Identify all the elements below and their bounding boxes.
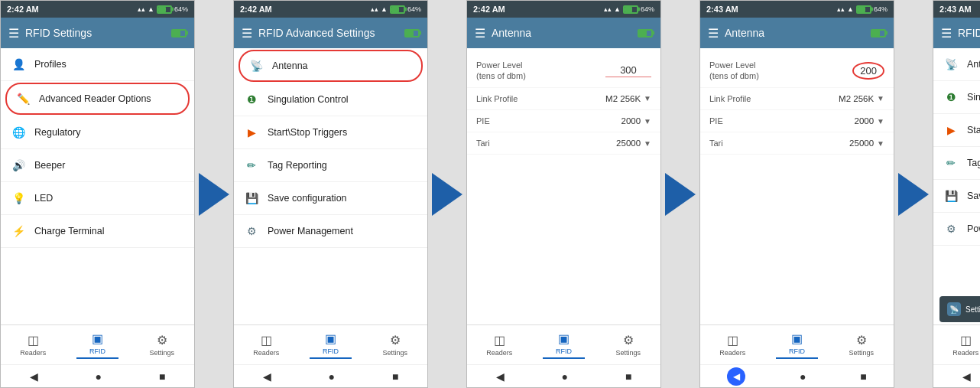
- android-nav: ◀●■: [700, 364, 894, 387]
- menu-item-icon: 💾: [243, 190, 260, 207]
- nav-item-settings[interactable]: ⚙Settings: [840, 333, 882, 357]
- nav-item-rfid[interactable]: ▣RFID: [310, 331, 352, 359]
- menu-item-icon: 📡: [248, 57, 264, 74]
- settings-row[interactable]: Tari25000▼: [700, 132, 894, 155]
- nav-label: Settings: [616, 349, 641, 357]
- field-value[interactable]: 25000▼: [849, 139, 884, 148]
- wifi-icon: ▲: [614, 5, 621, 13]
- nav-item-readers[interactable]: ◫Readers: [479, 333, 521, 357]
- recents-button[interactable]: ■: [860, 370, 866, 383]
- settings-row[interactable]: PIE2000▼: [467, 110, 660, 132]
- menu-item[interactable]: 📡Antenna: [933, 48, 980, 81]
- menu-item-label: Charge Terminal: [34, 226, 104, 236]
- menu-item-icon: 💾: [943, 187, 959, 204]
- battery-percent: 64%: [407, 5, 421, 13]
- menu-item[interactable]: 🌐Regulatory: [1, 116, 194, 149]
- status-bar: 2:43 AM▴▴▲64%: [700, 1, 894, 18]
- menu-item[interactable]: 💾Save configuration: [234, 182, 427, 215]
- nav-label: RFID: [556, 347, 572, 355]
- menu-item[interactable]: 💡LED: [1, 182, 194, 215]
- arrow: [661, 0, 699, 388]
- nav-item-settings[interactable]: ⚙Settings: [141, 333, 183, 357]
- screen-title: RFID Advanced Settings: [958, 27, 980, 39]
- hamburger-icon[interactable]: ☰: [708, 26, 719, 41]
- app-bar: ☰RFID Advanced Settings: [933, 18, 980, 48]
- menu-item-label: Regulatory: [34, 127, 80, 138]
- nav-item-settings[interactable]: ⚙Settings: [607, 333, 649, 357]
- recents-button[interactable]: ■: [159, 370, 165, 383]
- settings-row[interactable]: Tari25000▼: [467, 132, 660, 155]
- nav-label: Readers: [20, 349, 46, 357]
- field-value[interactable]: 200: [852, 62, 884, 80]
- menu-item[interactable]: 🔊Beeper: [1, 149, 194, 182]
- menu-item[interactable]: ▶Start\Stop Triggers: [234, 116, 427, 149]
- settings-row[interactable]: Link ProfileM2 256K▼: [700, 88, 894, 110]
- hamburger-icon[interactable]: ☰: [475, 26, 485, 41]
- recents-button[interactable]: ■: [392, 370, 398, 383]
- field-value[interactable]: 2000▼: [621, 116, 652, 126]
- menu-item[interactable]: ✏️Advanced Reader Options: [5, 83, 190, 115]
- menu-item[interactable]: 💾Save configuration: [933, 180, 980, 213]
- nav-readers-icon: ◫: [494, 333, 505, 347]
- home-button[interactable]: ●: [96, 370, 102, 383]
- bottom-nav: ◫Readers▣RFID⚙Settings: [1, 324, 194, 364]
- menu-item-label: Power Management: [268, 226, 353, 236]
- dropdown-arrow-icon: ▼: [644, 139, 651, 148]
- menu-item-label: Start\Stop Triggers: [967, 125, 980, 135]
- directional-arrow: [898, 173, 929, 216]
- nav-item-readers[interactable]: ◫Readers: [245, 333, 287, 357]
- menu-item[interactable]: ✏Tag Reporting: [933, 147, 980, 180]
- menu-item[interactable]: ▶Start\Stop Triggers: [933, 114, 980, 147]
- nav-item-readers[interactable]: ◫Readers: [12, 333, 54, 357]
- field-value[interactable]: M2 256K▼: [605, 94, 651, 103]
- hamburger-icon[interactable]: ☰: [242, 26, 252, 41]
- menu-item-icon: ❶: [943, 89, 959, 106]
- menu-item[interactable]: ⚙Power Management: [234, 215, 427, 248]
- menu-item[interactable]: ❶Singulation Control: [234, 83, 427, 116]
- settings-row[interactable]: Power Level (tens of dbm)200: [700, 54, 894, 88]
- field-value[interactable]: 2000▼: [855, 116, 885, 126]
- back-button[interactable]: ◀: [263, 370, 271, 383]
- menu-item[interactable]: ⚡Charge Terminal: [1, 215, 194, 248]
- back-button[interactable]: ◀: [962, 370, 971, 383]
- menu-item[interactable]: 📡Antenna: [239, 50, 423, 82]
- dropdown-arrow-icon: ▼: [877, 117, 884, 126]
- recents-button[interactable]: ■: [625, 370, 631, 383]
- settings-row[interactable]: PIE2000▼: [700, 110, 894, 132]
- field-value[interactable]: 300: [605, 64, 651, 77]
- back-button[interactable]: ◀: [496, 370, 505, 383]
- home-button[interactable]: ●: [800, 370, 806, 383]
- field-value[interactable]: 25000▼: [616, 139, 651, 148]
- menu-item-icon: ⚡: [10, 223, 27, 240]
- back-button-highlighted[interactable]: ◀: [727, 367, 745, 386]
- home-button[interactable]: ●: [562, 370, 568, 383]
- hamburger-icon[interactable]: ☰: [941, 26, 952, 41]
- menu-item-icon: ⚙: [243, 223, 260, 240]
- nav-item-settings[interactable]: ⚙Settings: [374, 333, 416, 357]
- nav-item-rfid[interactable]: ▣RFID: [776, 331, 818, 359]
- nav-item-rfid[interactable]: ▣RFID: [76, 331, 118, 359]
- nav-item-rfid[interactable]: ▣RFID: [543, 331, 585, 359]
- nav-rfid-icon: ▣: [325, 331, 336, 346]
- home-button[interactable]: ●: [329, 370, 335, 383]
- back-button[interactable]: ◀: [30, 370, 38, 383]
- menu-item-icon: ✏: [243, 157, 260, 174]
- arrow: [428, 0, 466, 388]
- nav-readers-icon: ◫: [261, 333, 272, 347]
- settings-row[interactable]: Link ProfileM2 256K▼: [467, 88, 660, 110]
- menu-item-label: Advanced Reader Options: [39, 93, 151, 104]
- menu-item[interactable]: ⚙Power Management: [933, 213, 980, 246]
- menu-item-label: Power Management: [967, 223, 980, 234]
- form-content: Power Level (tens of dbm)200Link Profile…: [700, 48, 894, 324]
- menu-item[interactable]: ✏Tag Reporting: [234, 149, 427, 182]
- nav-item-readers[interactable]: ◫Readers: [945, 333, 980, 357]
- menu-item-icon: 👤: [10, 56, 27, 73]
- hamburger-icon[interactable]: ☰: [8, 26, 19, 41]
- menu-item-icon: 💡: [10, 190, 27, 207]
- settings-row[interactable]: Power Level (tens of dbm)300: [467, 54, 660, 88]
- field-value[interactable]: M2 256K▼: [839, 94, 884, 103]
- nav-label: RFID: [789, 347, 805, 355]
- menu-item[interactable]: ❶Singulation Control: [933, 81, 980, 114]
- nav-item-readers[interactable]: ◫Readers: [712, 333, 754, 357]
- menu-item[interactable]: 👤Profiles: [1, 48, 194, 81]
